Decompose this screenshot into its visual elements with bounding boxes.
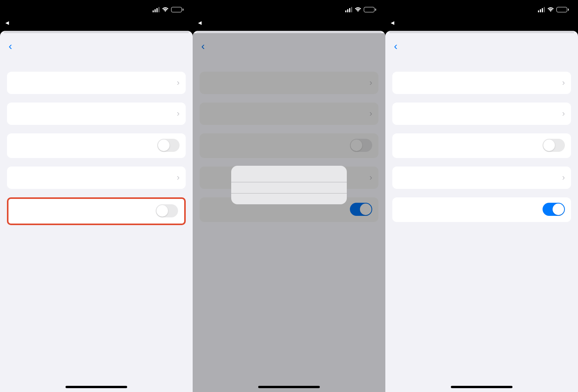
row-clear-history[interactable]: › [7, 72, 186, 94]
nav-back-button[interactable]: ‹ [390, 40, 402, 52]
home-indicator[interactable] [258, 386, 320, 388]
faceid-permission-alert [231, 166, 347, 204]
status-icons [153, 7, 183, 12]
phone-screen-3: ◀ ‹ › › [385, 0, 578, 392]
back-to-app-link[interactable]: ◀ [385, 19, 578, 29]
back-triangle-icon: ◀ [198, 20, 202, 25]
lock-incognito-toggle[interactable] [543, 203, 565, 216]
https-toggle[interactable] [543, 139, 565, 152]
modal-dim-overlay [193, 33, 385, 392]
nav-back-button[interactable]: ‹ [5, 40, 16, 52]
back-to-app-link[interactable]: ◀ [193, 19, 385, 29]
nav-bar: ‹ [385, 33, 578, 56]
row-https-toggle[interactable] [7, 133, 186, 158]
group-clear-history: › [392, 72, 571, 94]
group-clear-history: › [7, 72, 186, 94]
home-indicator[interactable] [66, 386, 127, 388]
phone-screen-2: ◀ ‹ › › [193, 0, 385, 392]
group-safe-browsing: › [392, 103, 571, 125]
row-handoff[interactable]: › [7, 167, 186, 189]
battery-icon [171, 7, 183, 12]
group-https [392, 133, 571, 158]
status-bar [0, 0, 193, 19]
back-triangle-icon: ◀ [391, 20, 394, 25]
chevron-right-icon: › [177, 78, 180, 88]
status-bar [385, 0, 578, 19]
group-handoff: › [392, 167, 571, 189]
cellular-signal-icon [538, 7, 545, 12]
group-handoff: › [7, 167, 186, 189]
status-icons [345, 7, 376, 12]
wifi-icon [547, 7, 554, 12]
back-to-app-link[interactable]: ◀ [0, 19, 193, 29]
settings-content: › › [385, 56, 578, 227]
nav-bar: ‹ [0, 33, 193, 56]
footer-text [7, 225, 186, 230]
alert-ok-button[interactable] [231, 193, 347, 204]
settings-sheet: ‹ › › [385, 33, 578, 392]
settings-sheet: ‹ › › [0, 33, 193, 392]
home-indicator[interactable] [451, 386, 512, 388]
chevron-right-icon: › [562, 109, 565, 119]
row-lock-incognito[interactable] [8, 199, 184, 224]
row-lock-incognito[interactable] [392, 197, 571, 222]
back-triangle-icon: ◀ [5, 20, 9, 25]
status-bar [193, 0, 385, 19]
group-https [7, 133, 186, 158]
alert-deny-button[interactable] [231, 182, 347, 193]
group-lock-incognito [392, 197, 571, 222]
row-clear-history[interactable]: › [392, 72, 571, 94]
https-toggle[interactable] [157, 139, 180, 152]
chevron-right-icon: › [177, 173, 180, 183]
battery-icon [364, 7, 376, 12]
phone-screen-1: ◀ ‹ › › [0, 0, 193, 392]
cellular-signal-icon [153, 7, 160, 12]
row-safe-browsing[interactable]: › [392, 103, 571, 125]
highlight-annotation [7, 197, 186, 225]
lock-incognito-toggle[interactable] [156, 204, 178, 217]
footer-text [392, 222, 571, 227]
settings-sheet: ‹ › › [193, 33, 385, 392]
status-icons [538, 7, 569, 12]
wifi-icon [355, 7, 361, 12]
battery-icon [556, 7, 569, 12]
row-https-toggle[interactable] [392, 133, 571, 158]
settings-content: › › [0, 56, 193, 230]
cellular-signal-icon [345, 7, 352, 12]
row-safe-browsing[interactable]: › [7, 103, 186, 125]
chevron-right-icon: › [562, 173, 565, 183]
group-safe-browsing: › [7, 103, 186, 125]
row-handoff[interactable]: › [392, 167, 571, 189]
chevron-right-icon: › [562, 78, 565, 88]
wifi-icon [162, 7, 169, 12]
chevron-right-icon: › [177, 109, 180, 119]
group-lock-incognito [8, 199, 184, 224]
